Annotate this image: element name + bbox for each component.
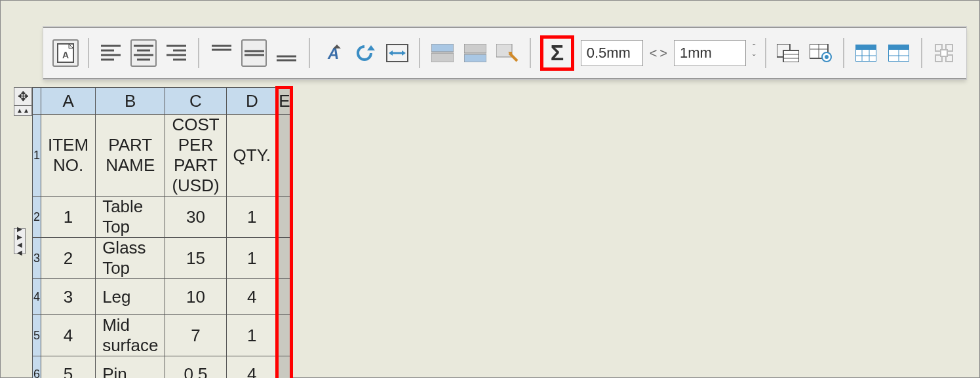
col-head-C[interactable]: C xyxy=(165,88,226,115)
row-head[interactable]: 5 xyxy=(33,315,41,356)
cell[interactable]: 4 xyxy=(226,279,277,315)
col-head-E[interactable]: E xyxy=(277,88,291,115)
table-row: 2 1 Table Top 30 1 xyxy=(33,197,292,238)
table-props-icon[interactable] xyxy=(775,39,802,67)
cell[interactable]: PART NAME xyxy=(96,115,165,197)
cell[interactable]: QTY. xyxy=(226,115,277,197)
note-icon[interactable]: A xyxy=(52,39,79,67)
cell[interactable] xyxy=(277,356,291,379)
svg-rect-29 xyxy=(431,44,454,52)
row-head[interactable]: 3 xyxy=(33,238,41,279)
col-head-A[interactable]: A xyxy=(41,88,96,115)
separator xyxy=(921,38,922,68)
vertical-spacing-input[interactable] xyxy=(674,40,746,66)
row-head[interactable]: 6 xyxy=(33,356,41,379)
cell[interactable]: 1 xyxy=(226,197,277,238)
hspacing-stepper[interactable]: < > xyxy=(650,46,667,61)
table-style-2-icon[interactable] xyxy=(886,39,912,67)
insert-row-below-icon[interactable] xyxy=(462,39,488,67)
app-canvas: A A xyxy=(0,0,980,378)
cell[interactable]: Leg xyxy=(96,279,165,315)
table-row: 6 5 Pin 0.5 4 xyxy=(33,356,292,379)
expand-handle-icon[interactable]: ▲▲ xyxy=(14,105,32,116)
cell[interactable]: 1 xyxy=(41,197,96,238)
separator xyxy=(530,38,531,68)
cell[interactable]: Pin xyxy=(96,356,165,379)
cell[interactable] xyxy=(277,315,291,356)
svg-rect-31 xyxy=(464,54,486,62)
horizontal-spacing-input[interactable] xyxy=(581,40,643,66)
svg-rect-30 xyxy=(464,44,486,53)
vspacing-stepper[interactable]: ˆ ˇ xyxy=(753,43,756,63)
table-row: 5 4 Mid surface 7 1 xyxy=(33,315,292,356)
svg-rect-57 xyxy=(941,50,947,56)
cell[interactable]: 7 xyxy=(165,315,226,356)
cell[interactable]: 2 xyxy=(41,238,96,279)
separator xyxy=(88,38,89,68)
cell[interactable]: 10 xyxy=(165,279,226,315)
cell[interactable] xyxy=(277,238,291,279)
svg-text:Σ: Σ xyxy=(551,42,564,64)
valign-top-icon[interactable] xyxy=(208,39,235,67)
cell[interactable]: 5 xyxy=(41,356,96,379)
cell[interactable] xyxy=(277,197,291,238)
cell[interactable]: 30 xyxy=(165,197,226,238)
separator xyxy=(309,38,310,68)
cell[interactable]: 0.5 xyxy=(165,356,226,379)
chevron-down-icon[interactable]: ˇ xyxy=(753,54,756,63)
row-head[interactable]: 2 xyxy=(33,197,41,238)
layout-icon[interactable] xyxy=(931,39,958,67)
sum-button[interactable]: Σ xyxy=(546,41,568,65)
valign-bottom-icon[interactable] xyxy=(273,39,300,67)
chevron-left-icon[interactable]: < xyxy=(650,46,657,61)
table-row: 1 ITEM NO. PART NAME COST PER PART (USD)… xyxy=(33,115,292,197)
svg-marker-26 xyxy=(389,50,393,56)
svg-point-43 xyxy=(825,55,829,59)
valign-middle-icon[interactable] xyxy=(241,39,267,67)
fit-text-icon[interactable] xyxy=(384,39,410,67)
format-cell-icon[interactable] xyxy=(494,39,520,67)
sum-button-highlight: Σ xyxy=(540,35,574,71)
col-head-D[interactable]: D xyxy=(226,88,277,115)
separator xyxy=(419,38,420,68)
cell[interactable]: 4 xyxy=(226,356,277,379)
chevron-up-icon[interactable]: ˆ xyxy=(753,43,756,52)
cell[interactable]: ITEM NO. xyxy=(41,115,96,197)
col-head-B[interactable]: B xyxy=(96,88,165,115)
cell[interactable]: 3 xyxy=(41,279,96,315)
align-right-icon[interactable] xyxy=(163,39,189,67)
cell[interactable]: COST PER PART (USD) xyxy=(165,115,226,197)
align-center-icon[interactable] xyxy=(130,39,157,67)
cell[interactable]: 1 xyxy=(226,315,277,356)
cell[interactable]: Mid surface xyxy=(96,315,165,356)
table-style-1-icon[interactable] xyxy=(853,39,880,67)
row-split-handle-icon[interactable]: ▶▶◀◀ xyxy=(14,228,26,254)
visibility-icon[interactable] xyxy=(808,39,834,67)
row-head[interactable]: 4 xyxy=(33,279,41,315)
cell[interactable]: Table Top xyxy=(96,197,165,238)
table-row: 4 3 Leg 10 4 xyxy=(33,279,292,315)
corner-cell[interactable] xyxy=(33,88,41,115)
move-handle-icon[interactable]: ✥ xyxy=(14,87,32,105)
svg-rect-45 xyxy=(855,45,876,50)
table-row: 3 2 Glass Top 15 1 xyxy=(33,238,292,279)
table-toolbar: A A xyxy=(43,27,966,79)
row-head[interactable]: 1 xyxy=(33,115,41,197)
align-left-icon[interactable] xyxy=(98,39,125,67)
chevron-right-icon[interactable]: > xyxy=(659,46,667,61)
cell[interactable]: Glass Top xyxy=(96,238,165,279)
cell[interactable]: 15 xyxy=(165,238,226,279)
svg-marker-23 xyxy=(367,45,375,50)
column-header-row: A B C D E xyxy=(33,88,292,115)
rotate-icon[interactable] xyxy=(351,39,378,67)
svg-rect-36 xyxy=(783,50,799,62)
insert-row-above-icon[interactable] xyxy=(429,39,456,67)
bom-table: A B C D E 1 ITEM NO. PART NAME COST PER … xyxy=(32,87,292,378)
cell[interactable]: 1 xyxy=(226,238,277,279)
cell[interactable] xyxy=(277,279,291,315)
separator xyxy=(198,38,199,68)
cell[interactable]: 4 xyxy=(41,315,96,356)
font-size-icon[interactable]: A xyxy=(319,39,345,67)
cell[interactable] xyxy=(277,115,291,197)
separator xyxy=(765,38,766,68)
